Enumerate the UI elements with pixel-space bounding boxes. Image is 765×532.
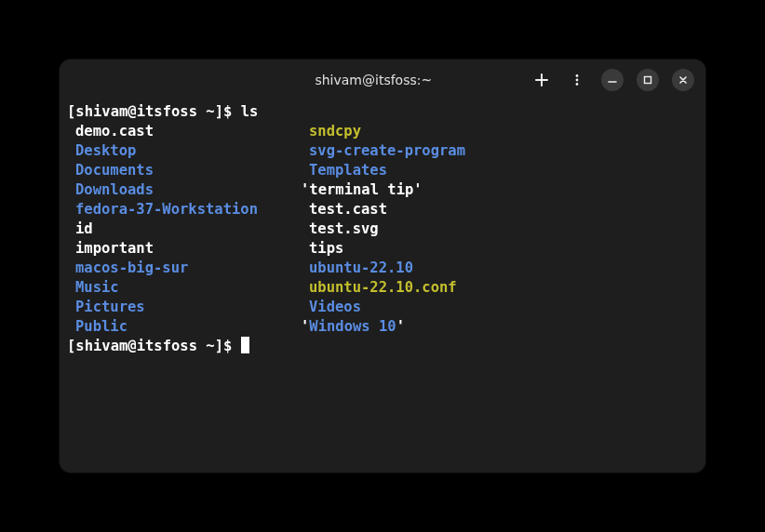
- ls-row: macos-big-surubuntu-22.10: [67, 259, 698, 278]
- ls-row: PicturesVideos: [67, 298, 698, 317]
- prompt-path: ~: [197, 338, 215, 354]
- ls-row: fedora-37-Workstationtest.cast: [67, 200, 698, 219]
- kebab-menu-icon: [570, 73, 584, 86]
- ls-entry: Downloads: [75, 181, 154, 198]
- ls-entry: id: [75, 220, 93, 237]
- ls-entry: Documents: [75, 162, 154, 179]
- prompt-userhost: shivam@itsfoss: [75, 103, 197, 120]
- ls-entry: Pictures: [75, 299, 145, 315]
- ls-entry: macos-big-sur: [75, 259, 188, 276]
- ls-entry: ubuntu-22.10: [309, 259, 413, 276]
- menu-button[interactable]: [566, 69, 588, 91]
- titlebar-right: [530, 69, 694, 91]
- ls-entry: terminal tip: [309, 181, 413, 198]
- svg-point-1: [576, 79, 579, 82]
- titlebar: shivam@itsfoss:~: [60, 60, 705, 100]
- ls-entry: ubuntu-22.10.conf: [309, 279, 457, 296]
- ls-entry: Templates: [309, 162, 387, 179]
- prompt-line-2: [shivam@itsfoss ~]$: [67, 337, 698, 356]
- prompt-open: [: [67, 103, 75, 120]
- prompt-close: ]$: [215, 338, 241, 354]
- ls-entry: test.cast: [309, 201, 387, 218]
- cursor: [241, 337, 249, 353]
- ls-entry: important: [75, 240, 154, 257]
- svg-point-2: [576, 83, 579, 86]
- new-tab-button[interactable]: [530, 69, 553, 91]
- ls-entry: Desktop: [75, 142, 136, 159]
- ls-entry: test.svg: [309, 220, 379, 237]
- ls-entry: tips: [309, 240, 343, 257]
- terminal-body[interactable]: [shivam@itsfoss ~]$ ls demo.castsndcpyDe…: [60, 100, 705, 472]
- prompt-open: [: [67, 338, 75, 354]
- command-text: ls: [241, 103, 259, 120]
- ls-entry: demo.cast: [75, 123, 154, 140]
- ls-row: Musicubuntu-22.10.conf: [67, 278, 698, 298]
- ls-row: Desktopsvg-create-program: [67, 141, 698, 161]
- prompt-path: ~: [197, 103, 215, 120]
- window-title: shivam@itsfoss:~: [217, 73, 530, 87]
- terminal-window: shivam@itsfoss:~ [shivam@itsfoss ~]$ ls …: [60, 60, 705, 472]
- ls-entry: fedora-37-Workstation: [75, 201, 258, 218]
- ls-entry: Music: [75, 279, 119, 296]
- ls-row: demo.castsndcpy: [67, 122, 698, 141]
- prompt-line-1: [shivam@itsfoss ~]$ ls: [67, 102, 698, 122]
- ls-entry: Windows 10: [309, 318, 396, 335]
- plus-icon: [534, 73, 549, 87]
- prompt-userhost: shivam@itsfoss: [75, 338, 197, 354]
- close-button[interactable]: [672, 69, 694, 91]
- ls-row: importanttips: [67, 239, 698, 259]
- ls-entry: Public: [75, 318, 128, 335]
- close-icon: [678, 75, 688, 85]
- ls-row: DocumentsTemplates: [67, 161, 698, 180]
- ls-entry: sndcpy: [309, 123, 361, 140]
- prompt-close: ]$: [215, 103, 241, 120]
- minimize-button[interactable]: [601, 69, 624, 91]
- maximize-button[interactable]: [637, 69, 659, 91]
- maximize-icon: [643, 75, 652, 85]
- svg-rect-3: [645, 77, 651, 84]
- ls-entry: svg-create-program: [309, 142, 465, 159]
- ls-row: Downloads'terminal tip': [67, 180, 698, 200]
- minimize-icon: [608, 75, 617, 85]
- ls-row: Public'Windows 10': [67, 317, 698, 337]
- ls-entry: Videos: [309, 299, 361, 315]
- ls-row: idtest.svg: [67, 219, 698, 239]
- ls-output: demo.castsndcpyDesktopsvg-create-program…: [67, 122, 698, 337]
- svg-point-0: [576, 74, 579, 77]
